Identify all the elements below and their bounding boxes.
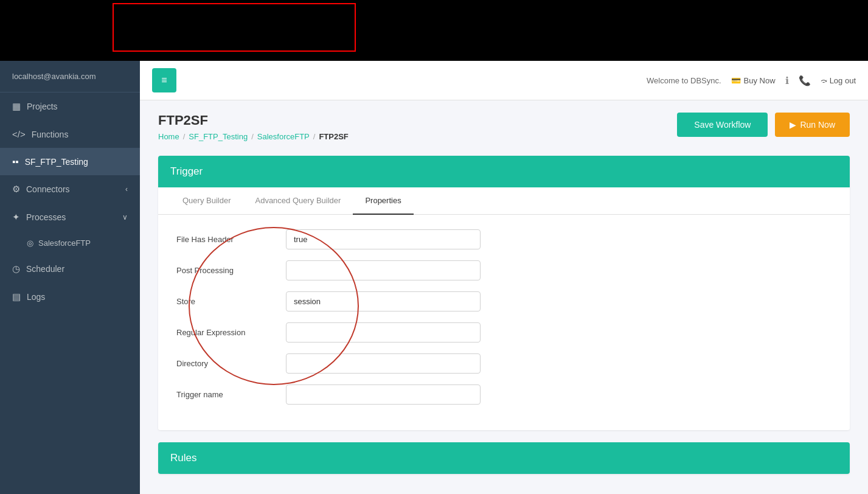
run-now-button[interactable]: ▶ Run Now — [775, 113, 850, 137]
processes-icon: ✦ — [12, 212, 20, 223]
run-now-label: Run Now — [800, 120, 835, 130]
tab-advanced-query-builder-label: Advanced Query Builder — [255, 196, 341, 205]
header-buttons: Save Workflow ▶ Run Now — [677, 113, 850, 137]
input-post-processing[interactable] — [286, 260, 481, 280]
input-trigger-name[interactable] — [286, 384, 481, 405]
breadcrumb-connector[interactable]: SalesforceFTP — [257, 132, 310, 141]
label-file-has-header: File Has Header — [176, 235, 286, 244]
rules-section-header: Rules — [158, 442, 850, 474]
sidebar-label-functions: Functions — [32, 130, 69, 139]
trigger-form-area: File Has Header Post Processing Store — [158, 215, 850, 430]
content-area: ≡ Welcome to DBSync. 💳 Buy Now ℹ 📞 ⤼ Log… — [140, 61, 868, 494]
form-row-trigger-name: Trigger name — [176, 384, 832, 405]
top-nav-right: Welcome to DBSync. 💳 Buy Now ℹ 📞 ⤼ Log o… — [647, 75, 856, 86]
red-box-annotation — [113, 3, 356, 52]
form-row-regular-expression: Regular Expression — [176, 322, 832, 343]
logout-icon: ⤼ — [821, 76, 827, 85]
salesforceftp-icon: ◎ — [27, 238, 33, 248]
label-regular-expression: Regular Expression — [176, 328, 286, 337]
form-row-store: Store — [176, 291, 832, 311]
sidebar-label-scheduler: Scheduler — [26, 264, 64, 274]
sidebar-label-connectors: Connectors — [26, 184, 70, 194]
tab-advanced-query-builder[interactable]: Advanced Query Builder — [243, 187, 353, 215]
breadcrumb-project[interactable]: SF_FTP_Testing — [189, 132, 248, 141]
sidebar-item-connectors[interactable]: ⚙ Connectors ‹ — [0, 175, 140, 203]
top-nav: ≡ Welcome to DBSync. 💳 Buy Now ℹ 📞 ⤼ Log… — [140, 61, 868, 100]
top-black-bar — [0, 0, 868, 61]
breadcrumb-home[interactable]: Home — [158, 132, 179, 141]
processes-arrow-icon: ∨ — [122, 213, 128, 221]
form-row-post-processing: Post Processing — [176, 260, 832, 280]
label-store: Store — [176, 297, 286, 306]
logs-icon: ▤ — [12, 291, 21, 302]
sf-ftp-testing-icon: ▪▪ — [12, 156, 19, 167]
info-icon[interactable]: ℹ — [785, 75, 789, 86]
sidebar-item-salesforceftp[interactable]: ◎ SalesforceFTP — [0, 231, 140, 255]
sidebar-user: localhost@avankia.com — [0, 61, 140, 92]
input-file-has-header[interactable] — [286, 229, 481, 249]
sidebar-label-processes: Processes — [26, 212, 66, 222]
hamburger-button[interactable]: ≡ — [152, 68, 176, 92]
logout-label: Log out — [830, 76, 856, 85]
rules-section: Rules — [158, 442, 850, 474]
sidebar-item-projects[interactable]: ▦ Projects — [0, 92, 140, 120]
logout-button[interactable]: ⤼ Log out — [821, 76, 856, 85]
form-row-file-has-header: File Has Header — [176, 229, 832, 249]
tab-properties-label: Properties — [365, 196, 401, 205]
label-directory: Directory — [176, 359, 286, 368]
page-title-area: FTP2SF Home / SF_FTP_Testing / Salesforc… — [158, 113, 349, 141]
sidebar-item-functions[interactable]: </> Functions — [0, 120, 140, 148]
main-layout: localhost@avankia.com ▦ Projects </> Fun… — [0, 61, 868, 494]
projects-icon: ▦ — [12, 101, 21, 112]
tab-query-builder-label: Query Builder — [182, 196, 231, 205]
sidebar-item-processes[interactable]: ✦ Processes ∨ — [0, 203, 140, 231]
sidebar-label-sf-ftp-testing: SF_FTP_Testing — [25, 157, 88, 167]
sidebar: localhost@avankia.com ▦ Projects </> Fun… — [0, 61, 140, 494]
tab-properties[interactable]: Properties — [353, 187, 413, 215]
functions-icon: </> — [12, 129, 26, 139]
sidebar-item-sf-ftp-testing[interactable]: ▪▪ SF_FTP_Testing — [0, 148, 140, 175]
tab-query-builder[interactable]: Query Builder — [170, 187, 243, 215]
buy-now-label: Buy Now — [744, 76, 776, 85]
page-header: FTP2SF Home / SF_FTP_Testing / Salesforc… — [158, 113, 850, 141]
connectors-icon: ⚙ — [12, 184, 20, 195]
connectors-arrow-icon: ‹ — [125, 185, 128, 193]
label-post-processing: Post Processing — [176, 266, 286, 275]
page-content: FTP2SF Home / SF_FTP_Testing / Salesforc… — [140, 100, 868, 494]
input-regular-expression[interactable] — [286, 322, 481, 343]
trigger-section: Trigger Query Builder Advanced Query Bui… — [158, 156, 850, 430]
page-title: FTP2SF — [158, 113, 349, 128]
breadcrumb-sep-1: / — [183, 132, 186, 141]
save-workflow-button[interactable]: Save Workflow — [677, 113, 768, 137]
rules-title: Rules — [170, 452, 196, 464]
breadcrumb: Home / SF_FTP_Testing / SalesforceFTP / … — [158, 132, 349, 141]
phone-icon[interactable]: 📞 — [799, 75, 811, 86]
sidebar-label-projects: Projects — [27, 102, 58, 111]
trigger-title: Trigger — [170, 165, 203, 177]
trigger-section-header: Trigger — [158, 156, 850, 187]
breadcrumb-sep-3: / — [313, 132, 316, 141]
breadcrumb-sep-2: / — [251, 132, 254, 141]
sidebar-label-logs: Logs — [27, 292, 45, 302]
input-store[interactable] — [286, 291, 481, 311]
label-trigger-name: Trigger name — [176, 390, 286, 399]
form-row-directory: Directory — [176, 353, 832, 374]
sidebar-label-salesforceftp: SalesforceFTP — [38, 238, 91, 248]
breadcrumb-current: FTP2SF — [319, 132, 348, 141]
sidebar-item-logs[interactable]: ▤ Logs — [0, 283, 140, 311]
scheduler-icon: ◷ — [12, 263, 20, 274]
credit-card-icon: 💳 — [731, 76, 741, 85]
input-directory[interactable] — [286, 353, 481, 374]
trigger-tabs: Query Builder Advanced Query Builder Pro… — [158, 187, 850, 215]
buy-now-link[interactable]: 💳 Buy Now — [731, 76, 776, 85]
sidebar-item-scheduler[interactable]: ◷ Scheduler — [0, 255, 140, 283]
welcome-text: Welcome to DBSync. — [647, 76, 721, 85]
hamburger-icon: ≡ — [161, 75, 167, 86]
run-play-icon: ▶ — [790, 120, 796, 130]
